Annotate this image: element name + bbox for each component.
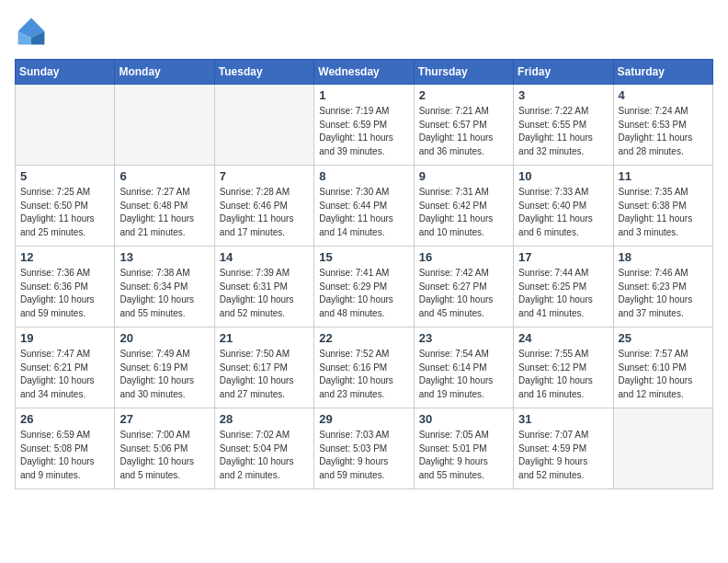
calendar-cell: 9Sunrise: 7:31 AM Sunset: 6:42 PM Daylig… [414, 166, 513, 247]
calendar-cell: 1Sunrise: 7:19 AM Sunset: 6:59 PM Daylig… [314, 85, 414, 166]
calendar-cell: 23Sunrise: 7:54 AM Sunset: 6:14 PM Dayli… [414, 327, 513, 408]
day-number: 1 [319, 88, 408, 102]
calendar-cell: 8Sunrise: 7:30 AM Sunset: 6:44 PM Daylig… [314, 166, 414, 247]
calendar-cell: 22Sunrise: 7:52 AM Sunset: 6:16 PM Dayli… [314, 327, 414, 408]
weekday-header-saturday: Saturday [613, 60, 712, 85]
week-row-0: 1Sunrise: 7:19 AM Sunset: 6:59 PM Daylig… [16, 85, 713, 166]
calendar-cell: 15Sunrise: 7:41 AM Sunset: 6:29 PM Dayli… [314, 247, 414, 327]
day-number: 13 [119, 250, 209, 264]
calendar-cell: 3Sunrise: 7:22 AM Sunset: 6:55 PM Daylig… [514, 85, 613, 166]
day-info: Sunrise: 7:52 AM Sunset: 6:16 PM Dayligh… [319, 348, 408, 401]
day-number: 21 [220, 331, 309, 345]
day-info: Sunrise: 7:02 AM Sunset: 5:04 PM Dayligh… [220, 429, 309, 482]
day-info: Sunrise: 7:49 AM Sunset: 6:19 PM Dayligh… [119, 348, 209, 401]
weekday-header-sunday: Sunday [16, 60, 115, 85]
calendar-cell [16, 85, 115, 166]
day-info: Sunrise: 7:50 AM Sunset: 6:17 PM Dayligh… [220, 348, 309, 401]
day-info: Sunrise: 7:55 AM Sunset: 6:12 PM Dayligh… [518, 348, 608, 401]
calendar-cell: 29Sunrise: 7:03 AM Sunset: 5:03 PM Dayli… [314, 408, 414, 489]
day-number: 19 [20, 331, 109, 345]
day-info: Sunrise: 7:35 AM Sunset: 6:38 PM Dayligh… [619, 186, 708, 239]
day-number: 17 [518, 250, 608, 264]
day-info: Sunrise: 7:46 AM Sunset: 6:23 PM Dayligh… [619, 267, 708, 320]
day-info: Sunrise: 7:21 AM Sunset: 6:57 PM Dayligh… [419, 105, 508, 158]
day-info: Sunrise: 7:31 AM Sunset: 6:42 PM Dayligh… [419, 186, 508, 239]
calendar-cell: 13Sunrise: 7:38 AM Sunset: 6:34 PM Dayli… [115, 247, 214, 327]
calendar-cell: 19Sunrise: 7:47 AM Sunset: 6:21 PM Dayli… [16, 327, 115, 408]
calendar-cell: 17Sunrise: 7:44 AM Sunset: 6:25 PM Dayli… [514, 247, 613, 327]
calendar-cell [613, 408, 712, 489]
day-info: Sunrise: 7:00 AM Sunset: 5:06 PM Dayligh… [119, 429, 209, 482]
calendar-cell: 30Sunrise: 7:05 AM Sunset: 5:01 PM Dayli… [414, 408, 513, 489]
day-number: 30 [419, 412, 508, 426]
day-number: 3 [518, 88, 608, 102]
day-number: 22 [319, 331, 408, 345]
calendar-header-row: SundayMondayTuesdayWednesdayThursdayFrid… [16, 60, 713, 85]
day-info: Sunrise: 7:25 AM Sunset: 6:50 PM Dayligh… [20, 186, 109, 239]
day-number: 8 [319, 169, 408, 183]
day-number: 20 [119, 331, 209, 345]
calendar-cell: 2Sunrise: 7:21 AM Sunset: 6:57 PM Daylig… [414, 85, 513, 166]
day-number: 9 [419, 169, 508, 183]
day-info: Sunrise: 7:30 AM Sunset: 6:44 PM Dayligh… [319, 186, 408, 239]
day-info: Sunrise: 7:28 AM Sunset: 6:46 PM Dayligh… [220, 186, 309, 239]
page-header [15, 15, 713, 48]
day-number: 16 [419, 250, 508, 264]
day-number: 28 [220, 412, 309, 426]
day-info: Sunrise: 7:03 AM Sunset: 5:03 PM Dayligh… [319, 429, 408, 482]
logo-icon [15, 15, 48, 48]
day-number: 6 [119, 169, 209, 183]
week-row-3: 19Sunrise: 7:47 AM Sunset: 6:21 PM Dayli… [16, 327, 713, 408]
day-number: 4 [619, 88, 708, 102]
day-number: 7 [220, 169, 309, 183]
day-info: Sunrise: 7:38 AM Sunset: 6:34 PM Dayligh… [119, 267, 209, 320]
day-info: Sunrise: 7:47 AM Sunset: 6:21 PM Dayligh… [20, 348, 109, 401]
calendar-cell: 16Sunrise: 7:42 AM Sunset: 6:27 PM Dayli… [414, 247, 513, 327]
day-number: 24 [518, 331, 608, 345]
calendar-cell [214, 85, 313, 166]
day-info: Sunrise: 7:39 AM Sunset: 6:31 PM Dayligh… [220, 267, 309, 320]
weekday-header-monday: Monday [115, 60, 214, 85]
day-number: 10 [518, 169, 608, 183]
day-number: 18 [619, 250, 708, 264]
calendar-cell: 28Sunrise: 7:02 AM Sunset: 5:04 PM Dayli… [214, 408, 313, 489]
day-number: 14 [220, 250, 309, 264]
day-number: 5 [20, 169, 109, 183]
day-info: Sunrise: 7:44 AM Sunset: 6:25 PM Dayligh… [518, 267, 608, 320]
week-row-2: 12Sunrise: 7:36 AM Sunset: 6:36 PM Dayli… [16, 247, 713, 327]
calendar-cell: 7Sunrise: 7:28 AM Sunset: 6:46 PM Daylig… [214, 166, 313, 247]
calendar-cell: 26Sunrise: 6:59 AM Sunset: 5:08 PM Dayli… [16, 408, 115, 489]
calendar-cell: 10Sunrise: 7:33 AM Sunset: 6:40 PM Dayli… [514, 166, 613, 247]
weekday-header-thursday: Thursday [414, 60, 513, 85]
day-number: 27 [119, 412, 209, 426]
day-number: 23 [419, 331, 508, 345]
day-info: Sunrise: 7:33 AM Sunset: 6:40 PM Dayligh… [518, 186, 608, 239]
weekday-header-friday: Friday [514, 60, 613, 85]
day-info: Sunrise: 7:24 AM Sunset: 6:53 PM Dayligh… [619, 105, 708, 158]
day-number: 2 [419, 88, 508, 102]
day-number: 15 [319, 250, 408, 264]
calendar-cell: 4Sunrise: 7:24 AM Sunset: 6:53 PM Daylig… [613, 85, 712, 166]
day-info: Sunrise: 7:54 AM Sunset: 6:14 PM Dayligh… [419, 348, 508, 401]
calendar: SundayMondayTuesdayWednesdayThursdayFrid… [15, 59, 713, 489]
day-number: 31 [518, 412, 608, 426]
calendar-cell: 27Sunrise: 7:00 AM Sunset: 5:06 PM Dayli… [115, 408, 214, 489]
day-number: 11 [619, 169, 708, 183]
weekday-header-tuesday: Tuesday [214, 60, 313, 85]
calendar-cell: 24Sunrise: 7:55 AM Sunset: 6:12 PM Dayli… [514, 327, 613, 408]
day-info: Sunrise: 7:36 AM Sunset: 6:36 PM Dayligh… [20, 267, 109, 320]
calendar-cell: 31Sunrise: 7:07 AM Sunset: 4:59 PM Dayli… [514, 408, 613, 489]
day-info: Sunrise: 7:19 AM Sunset: 6:59 PM Dayligh… [319, 105, 408, 158]
calendar-cell: 18Sunrise: 7:46 AM Sunset: 6:23 PM Dayli… [613, 247, 712, 327]
day-info: Sunrise: 7:57 AM Sunset: 6:10 PM Dayligh… [619, 348, 708, 401]
day-number: 29 [319, 412, 408, 426]
calendar-cell: 21Sunrise: 7:50 AM Sunset: 6:17 PM Dayli… [214, 327, 313, 408]
calendar-cell: 20Sunrise: 7:49 AM Sunset: 6:19 PM Dayli… [115, 327, 214, 408]
week-row-4: 26Sunrise: 6:59 AM Sunset: 5:08 PM Dayli… [16, 408, 713, 489]
logo [15, 15, 53, 48]
calendar-cell: 6Sunrise: 7:27 AM Sunset: 6:48 PM Daylig… [115, 166, 214, 247]
day-info: Sunrise: 7:22 AM Sunset: 6:55 PM Dayligh… [518, 105, 608, 158]
weekday-header-wednesday: Wednesday [314, 60, 414, 85]
day-info: Sunrise: 7:42 AM Sunset: 6:27 PM Dayligh… [419, 267, 508, 320]
day-number: 25 [619, 331, 708, 345]
